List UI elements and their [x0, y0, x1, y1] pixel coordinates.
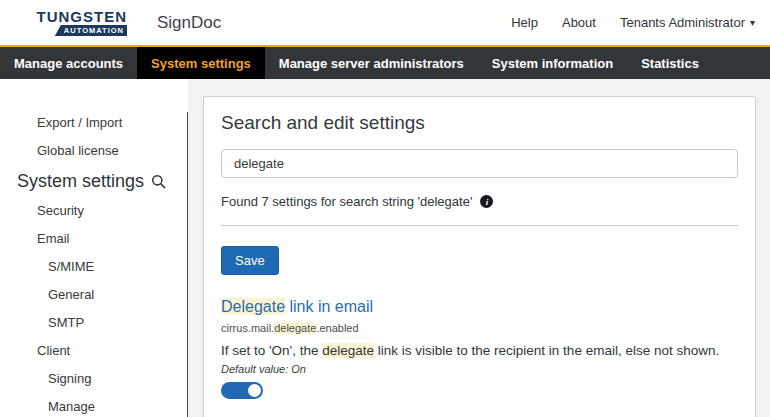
user-menu-label: Tenants Administrator	[620, 15, 745, 30]
search-icon[interactable]	[151, 174, 166, 189]
app-title: SignDoc	[157, 13, 221, 33]
main-content: Search and edit settings Found 7 setting…	[188, 79, 770, 417]
section-divider	[221, 225, 738, 226]
nav-tab-system-settings[interactable]: System settings	[137, 47, 265, 79]
logo-wordmark: TUNGSTEN	[37, 9, 128, 24]
delegate-enabled-toggle[interactable]	[221, 382, 263, 399]
settings-search-input[interactable]	[221, 149, 738, 178]
user-menu[interactable]: Tenants Administrator ▾	[620, 15, 755, 30]
main-navbar: Manage accounts System settings Manage s…	[0, 45, 770, 79]
sidebar-section-label: System settings	[17, 171, 144, 192]
setting-key-post: .enabled	[316, 322, 358, 334]
search-result-text: Found 7 settings for search string 'dele…	[221, 194, 472, 209]
nav-tab-statistics[interactable]: Statistics	[627, 47, 713, 79]
tungsten-automation-logo[interactable]: TUNGSTEN AUTOMATION	[15, 9, 127, 36]
info-icon[interactable]: i	[480, 195, 493, 208]
save-button[interactable]: Save	[221, 246, 279, 275]
sidebar-item-email[interactable]: Email	[0, 225, 188, 253]
settings-sidebar: Export / Import Global license System se…	[0, 79, 188, 417]
search-result-line: Found 7 settings for search string 'dele…	[221, 194, 738, 209]
sidebar-item-security[interactable]: Security	[0, 197, 188, 225]
sidebar-item-smtp[interactable]: SMTP	[0, 309, 188, 337]
sidebar-item-global-license[interactable]: Global license	[0, 137, 188, 165]
setting-key: cirrus.mail.delegate.enabled	[221, 322, 738, 334]
setting-desc-highlight: delegate	[322, 343, 374, 358]
sidebar-item-general[interactable]: General	[0, 281, 188, 309]
header-links: Help About Tenants Administrator ▾	[511, 15, 755, 30]
setting-key-highlight: delegate	[274, 322, 316, 334]
sidebar-item-signing[interactable]: Signing	[0, 365, 188, 393]
logo-automation-badge: AUTOMATION	[55, 25, 127, 36]
search-settings-panel: Search and edit settings Found 7 setting…	[203, 96, 756, 417]
setting-desc-pre: If set to 'On', the	[221, 343, 322, 358]
signdoc-admin-app: TUNGSTEN AUTOMATION SignDoc Help About T…	[0, 0, 770, 417]
nav-tab-manage-server-administrators[interactable]: Manage server administrators	[265, 47, 478, 79]
setting-title-link[interactable]: Delegate link in email	[221, 298, 738, 316]
setting-default-value: Default value: On	[221, 363, 738, 375]
app-header: TUNGSTEN AUTOMATION SignDoc Help About T…	[0, 0, 770, 45]
sidebar-item-smime[interactable]: S/MIME	[0, 253, 188, 281]
setting-delegate-link-in-email: Delegate link in email cirrus.mail.deleg…	[221, 298, 738, 399]
setting-key-pre: cirrus.mail.	[221, 322, 274, 334]
page-title: Search and edit settings	[221, 112, 738, 134]
sidebar-section-system-settings: System settings	[0, 165, 188, 197]
page-body: Export / Import Global license System se…	[0, 79, 770, 417]
setting-title-rest: link in email	[285, 298, 373, 315]
nav-tab-system-information[interactable]: System information	[478, 47, 627, 79]
caret-down-icon: ▾	[750, 17, 755, 28]
toggle-knob	[248, 384, 261, 397]
setting-title-highlight: Delegate	[221, 298, 285, 315]
setting-desc-post: link is visible to the recipient in the …	[374, 343, 719, 358]
sidebar-item-client[interactable]: Client	[0, 337, 188, 365]
setting-description: If set to 'On', the delegate link is vis…	[221, 343, 738, 358]
nav-tab-manage-accounts[interactable]: Manage accounts	[0, 47, 137, 79]
help-link[interactable]: Help	[511, 15, 538, 30]
about-link[interactable]: About	[562, 15, 596, 30]
sidebar-item-export-import[interactable]: Export / Import	[0, 109, 188, 137]
sidebar-item-manage[interactable]: Manage	[0, 393, 188, 417]
